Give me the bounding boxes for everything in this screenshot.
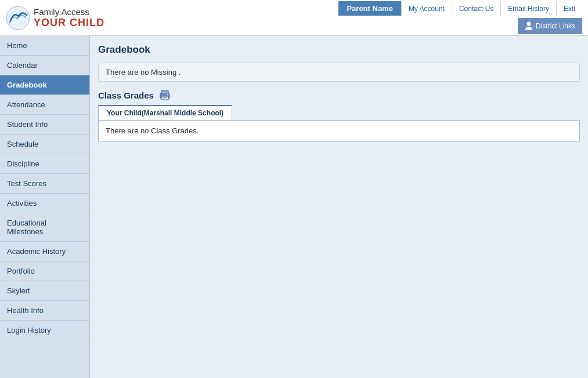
email-history-link[interactable]: Email History (500, 2, 556, 16)
svg-point-1 (526, 22, 531, 26)
no-grades-message: There are no Class Grades. (106, 126, 199, 135)
top-header: Family Access YOUR CHILD Parent Name My … (0, 0, 588, 36)
print-icon[interactable] (158, 90, 171, 100)
missing-info-bar: There are no Missing . (98, 63, 580, 82)
svg-point-7 (167, 94, 168, 95)
district-links-label: District Links (536, 22, 575, 30)
class-grades-section-title: Class Grades (98, 90, 580, 100)
sidebar-item-educational-milestones[interactable]: Educational Milestones (0, 213, 89, 242)
main-content: Gradebook There are no Missing . Class G… (90, 36, 588, 378)
sidebar-item-home[interactable]: Home (0, 36, 89, 56)
sidebar-item-portfolio[interactable]: Portfolio (0, 261, 89, 281)
tabs-row: Your Child(Marshall Middle School) (98, 105, 580, 120)
tab-your-child[interactable]: Your Child(Marshall Middle School) (98, 105, 232, 120)
sidebar-item-gradebook[interactable]: Gradebook (0, 75, 89, 95)
svg-rect-3 (161, 90, 168, 94)
svg-rect-5 (163, 97, 167, 98)
sidebar-item-schedule[interactable]: Schedule (0, 135, 89, 154)
top-right-area: Parent Name My Account Contact Us Email … (338, 1, 582, 34)
sidebar-item-test-scores[interactable]: Test Scores (0, 174, 89, 194)
app-name: Family Access (34, 7, 104, 17)
district-links-button[interactable]: District Links (518, 18, 582, 34)
sidebar-item-activities[interactable]: Activities (0, 194, 89, 213)
sidebar-item-login-history[interactable]: Login History (0, 321, 89, 340)
skyward-logo-icon (6, 6, 30, 30)
class-grades-label: Class Grades (98, 90, 154, 100)
contact-us-link[interactable]: Contact Us (452, 2, 500, 16)
app-title-area: Family Access YOUR CHILD (34, 7, 104, 29)
sidebar: Home Calendar Gradebook Attendance Stude… (0, 36, 90, 378)
sidebar-item-health-info[interactable]: Health Info (0, 301, 89, 321)
sidebar-item-skylert[interactable]: Skylert (0, 281, 89, 301)
sidebar-item-academic-history[interactable]: Academic History (0, 242, 89, 261)
exit-link[interactable]: Exit (556, 2, 582, 16)
svg-rect-6 (163, 99, 165, 99)
top-nav-row: Parent Name My Account Contact Us Email … (338, 1, 582, 16)
my-account-link[interactable]: My Account (401, 2, 452, 16)
person-icon (525, 21, 533, 31)
sidebar-item-student-info[interactable]: Student Info (0, 115, 89, 135)
sidebar-item-calendar[interactable]: Calendar (0, 56, 89, 75)
main-layout: Home Calendar Gradebook Attendance Stude… (0, 36, 588, 378)
child-name: YOUR CHILD (34, 17, 104, 29)
page-title: Gradebook (98, 44, 580, 56)
sidebar-item-discipline[interactable]: Discipline (0, 154, 89, 174)
grades-table-area: There are no Class Grades. (98, 120, 580, 141)
parent-name: Parent Name (338, 1, 401, 16)
logo-area: Family Access YOUR CHILD (6, 6, 104, 30)
sidebar-item-attendance[interactable]: Attendance (0, 95, 89, 115)
